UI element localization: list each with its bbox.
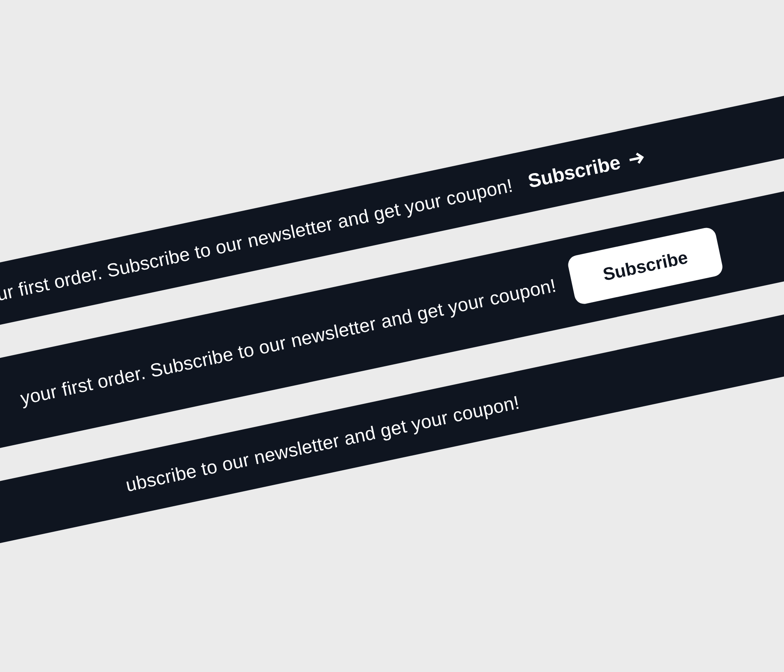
banner-container: our first order. Subscribe to our newsle… — [0, 60, 784, 612]
subscribe-link[interactable]: Subscribe — [526, 146, 648, 192]
subscribe-link-label: Subscribe — [526, 151, 622, 192]
subscribe-button[interactable]: Subscribe — [566, 226, 724, 306]
arrow-right-icon — [624, 147, 647, 170]
